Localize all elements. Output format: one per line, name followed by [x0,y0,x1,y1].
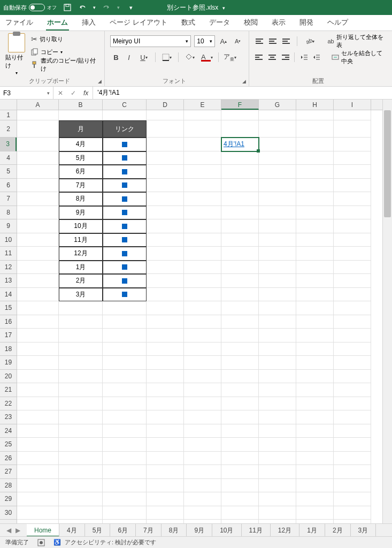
cell[interactable] [296,165,334,179]
cell[interactable] [296,438,334,452]
row-header[interactable]: 3 [0,138,17,151]
cell[interactable] [184,479,221,493]
ribbon-tab-ファイル[interactable]: ファイル [4,18,34,31]
column-header[interactable]: A [17,100,59,110]
cell[interactable] [17,247,59,261]
cell[interactable] [334,206,371,220]
undo-dropdown-icon[interactable]: ▾ [93,5,96,10]
cell[interactable] [334,506,371,520]
table-cell-month[interactable]: 9月 [59,206,103,220]
row-header[interactable]: 17 [0,329,17,342]
row-header[interactable]: 19 [0,356,17,370]
sheet-tab-1月[interactable]: 1月 [299,524,325,537]
cell[interactable] [59,520,103,523]
fill-color-button[interactable]: ▾ [182,51,198,63]
cell[interactable] [259,219,296,233]
cell[interactable] [17,274,59,288]
cell[interactable] [147,120,184,138]
name-box[interactable]: F3 ▾ [0,87,53,99]
cell[interactable] [296,492,334,506]
row-header[interactable]: 21 [0,383,17,397]
cell[interactable] [103,383,147,397]
cell[interactable] [259,342,296,356]
cell[interactable] [184,315,221,329]
cell[interactable] [103,397,147,411]
font-name-select[interactable]: Meiryo UI ▾ [110,35,191,47]
cell[interactable] [259,492,296,506]
cell[interactable] [334,151,371,165]
cell[interactable] [296,247,334,261]
row-header[interactable]: 9 [0,219,17,233]
cell[interactable] [103,356,147,370]
cell[interactable] [334,288,371,302]
row-header[interactable]: 26 [0,452,17,466]
cell[interactable] [103,479,147,493]
sheet-tab-Home[interactable]: Home [27,524,59,537]
cell[interactable] [17,110,59,120]
cell[interactable] [17,206,59,220]
cell[interactable] [259,370,296,384]
cell[interactable] [259,247,296,261]
align-bottom-button[interactable] [281,35,293,47]
table-header-month[interactable]: 月 [59,120,103,138]
cell[interactable] [221,356,259,370]
vertical-scrollbar[interactable] [382,100,392,523]
macro-record-icon[interactable] [37,539,45,546]
cell[interactable] [17,151,59,165]
cancel-formula-icon[interactable]: ✕ [58,89,63,97]
cell[interactable] [59,315,103,329]
table-cell-month[interactable]: 6月 [59,165,103,179]
cell[interactable] [296,465,334,479]
cell[interactable] [334,138,371,151]
decrease-indent-button[interactable] [299,51,309,63]
row-header[interactable]: 28 [0,479,17,493]
cell[interactable] [334,465,371,479]
cell[interactable] [17,120,59,138]
cell[interactable] [17,465,59,479]
cell[interactable] [259,356,296,370]
filename-dropdown-icon[interactable]: ▾ [222,5,225,11]
ribbon-tab-校閲[interactable]: 校閲 [243,18,259,31]
cell[interactable] [334,383,371,397]
cell[interactable] [184,219,221,233]
cell[interactable] [184,110,221,120]
cell[interactable] [147,219,184,233]
cell[interactable] [17,165,59,179]
cell[interactable] [296,506,334,520]
cell[interactable] [334,315,371,329]
row-header[interactable]: 23 [0,410,17,424]
select-all-button[interactable] [0,100,17,110]
cell[interactable] [184,465,221,479]
cell[interactable] [59,370,103,384]
cell[interactable] [103,342,147,356]
cell[interactable] [147,233,184,247]
table-cell-link[interactable] [103,179,147,193]
cell[interactable] [259,138,296,151]
table-header-link[interactable]: リンク [103,120,147,138]
cell[interactable] [59,383,103,397]
cell[interactable] [147,138,184,151]
copy-dropdown-icon[interactable]: ▾ [60,50,63,55]
row-header[interactable]: 6 [0,179,17,193]
row-header[interactable]: 20 [0,370,17,384]
cell[interactable] [221,110,259,120]
cell[interactable] [334,438,371,452]
cell[interactable] [221,370,259,384]
cell[interactable] [221,219,259,233]
sheet-tab-2月[interactable]: 2月 [325,524,351,537]
italic-button[interactable]: I [123,51,135,63]
cell[interactable] [221,383,259,397]
cell[interactable] [17,138,59,151]
cell[interactable] [147,410,184,424]
cell[interactable] [259,110,296,120]
cell[interactable] [17,506,59,520]
cell[interactable] [184,383,221,397]
cell[interactable] [147,274,184,288]
cell[interactable] [296,397,334,411]
redo-icon[interactable] [102,3,111,12]
cell[interactable] [221,120,259,138]
cell[interactable] [17,261,59,275]
cell[interactable] [221,179,259,193]
cell[interactable] [259,120,296,138]
cell[interactable] [296,138,334,151]
